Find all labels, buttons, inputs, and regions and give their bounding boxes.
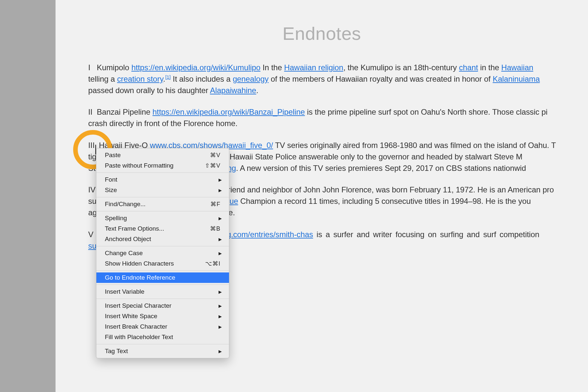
endnote-marker: IV [88,185,95,194]
menu-separator [96,172,229,173]
endnote-1[interactable]: I Kumipolo https://en.wikipedia.org/wiki… [88,62,588,96]
link-creation-story[interactable]: creation story [117,74,163,83]
menu-item-fill-placeholder[interactable]: Fill with Placeholder Text [96,332,229,342]
submenu-arrow-icon: ▶ [219,303,222,308]
submenu-arrow-icon: ▶ [219,289,222,294]
menu-item-text-frame-options[interactable]: Text Frame Options... ⌘B [96,223,229,234]
endnote-link[interactable]: https://en.wikipedia.org/wiki/Kumulipo [131,63,260,72]
menu-item-anchored-object[interactable]: Anchored Object ▶ [96,234,229,244]
menu-item-size[interactable]: Size ▶ [96,185,229,195]
endnote-2[interactable]: II Banzai Pipeline https://en.wikipedia.… [88,106,588,129]
menu-separator [96,211,229,211]
menu-item-spelling[interactable]: Spelling ▶ [96,213,229,223]
endnote-lead: Kumipolo [97,63,129,72]
menu-item-find-change[interactable]: Find/Change... ⌘F [96,199,229,209]
menu-item-tag-text[interactable]: Tag Text ▶ [96,346,229,356]
endnote-marker: III [88,141,95,150]
endnote-marker: V [88,230,93,239]
menu-separator [96,270,229,271]
context-menu[interactable]: Paste ⌘V Paste without Formatting ⇧⌘V Fo… [96,148,229,358]
shortcut-label: ⌘B [210,225,220,232]
menu-item-show-hidden-characters[interactable]: Show Hidden Characters ⌥⌘I [96,258,229,269]
menu-item-insert-white-space[interactable]: Insert White Space ▶ [96,311,229,321]
link-hawaiian-religion[interactable]: Hawaiian religion [284,63,343,72]
link-hawaiian[interactable]: Hawaiian [501,63,533,72]
shortcut-label: ⌘F [210,201,220,208]
menu-item-font[interactable]: Font ▶ [96,174,229,185]
submenu-arrow-icon: ▶ [219,177,222,182]
submenu-arrow-icon: ▶ [219,216,222,221]
shortcut-label: ⌘V [210,152,220,159]
footnote-ref[interactable]: [1] [165,74,171,80]
menu-separator [96,344,229,344]
submenu-arrow-icon: ▶ [219,324,222,329]
menu-separator [96,285,229,285]
endnote-marker: I [88,63,90,72]
menu-separator [96,246,229,246]
endnote-link[interactable]: https://en.wikipedia.org/wiki/Banzai_Pip… [153,107,305,116]
page-title: Endnotes [56,23,588,44]
link-genealogy[interactable]: genealogy [233,74,269,83]
submenu-arrow-icon: ▶ [219,251,222,256]
link-alapaiwahine[interactable]: Alapaiwahine [210,86,256,95]
submenu-arrow-icon: ▶ [219,237,222,242]
menu-separator [96,197,229,197]
menu-separator [96,299,229,299]
menu-item-paste-without-formatting[interactable]: Paste without Formatting ⇧⌘V [96,160,229,171]
submenu-arrow-icon: ▶ [219,314,222,319]
link-chant[interactable]: chant [459,63,478,72]
menu-item-insert-break-character[interactable]: Insert Break Character ▶ [96,321,229,332]
menu-item-insert-special-character[interactable]: Insert Special Character ▶ [96,301,229,311]
link-kalaninuiama[interactable]: Kalaninuiama [493,74,540,83]
menu-item-change-case[interactable]: Change Case ▶ [96,248,229,258]
shortcut-label: ⌥⌘I [205,260,220,267]
link-fragment[interactable]: su [88,241,96,250]
shortcut-label: ⇧⌘V [205,162,220,169]
endnote-marker: II [88,107,92,116]
menu-item-insert-variable[interactable]: Insert Variable ▶ [96,286,229,297]
menu-item-go-to-endnote-reference[interactable]: Go to Endnote Reference [96,272,229,283]
endnote-lead: Banzai Pipeline [97,107,150,116]
submenu-arrow-icon: ▶ [219,349,222,354]
menu-item-paste[interactable]: Paste ⌘V [96,150,229,160]
submenu-arrow-icon: ▶ [219,188,222,193]
